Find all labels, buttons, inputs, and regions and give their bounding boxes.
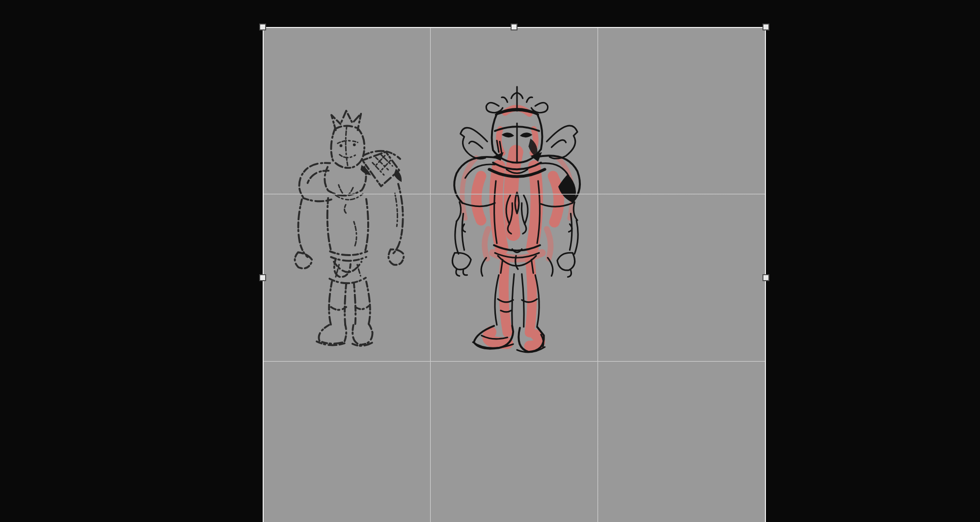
charcoal-fills <box>340 143 402 182</box>
transform-handle-top-left[interactable] <box>259 24 266 30</box>
charcoal-strokes <box>295 111 404 346</box>
thirds-grid-vertical-line-1 <box>430 27 431 522</box>
black-knight-sketch <box>282 108 416 354</box>
red-knight-sketch <box>436 85 599 354</box>
painting-canvas[interactable] <box>263 27 766 522</box>
transform-handle-top-right[interactable] <box>762 24 769 30</box>
app-workspace <box>0 0 980 522</box>
transform-handle-middle-right[interactable] <box>762 274 769 281</box>
transform-handle-top-center[interactable] <box>511 24 517 30</box>
transform-handle-middle-left[interactable] <box>259 274 266 281</box>
thirds-grid-horizontal-line-2 <box>263 361 766 362</box>
